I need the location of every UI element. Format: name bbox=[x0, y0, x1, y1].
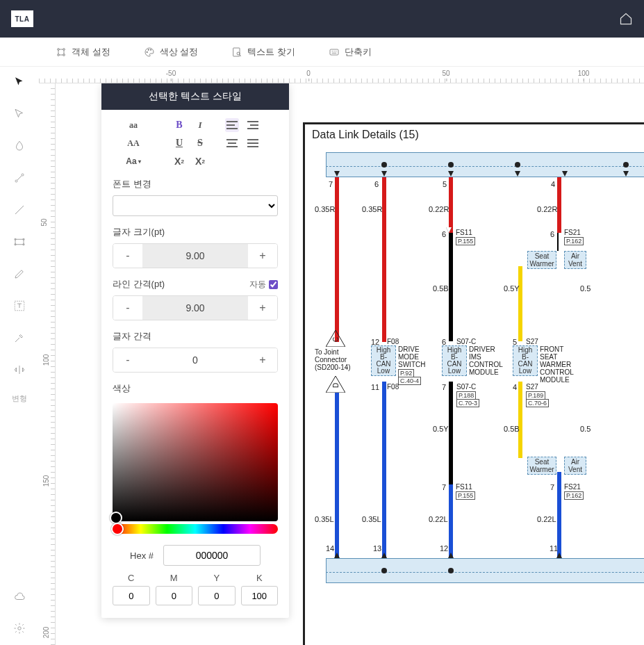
strike-button[interactable]: S bbox=[193, 136, 207, 150]
k-input[interactable] bbox=[241, 586, 279, 605]
pin-label: 13 bbox=[373, 544, 381, 553]
tool-cloud[interactable] bbox=[11, 588, 28, 605]
gauge-label: 0.5Y bbox=[433, 425, 449, 433]
bcan-box: HighB-CANLow bbox=[513, 345, 538, 376]
svg-point-8 bbox=[237, 52, 240, 55]
hex-input[interactable] bbox=[163, 545, 261, 566]
tool-text[interactable] bbox=[11, 297, 28, 314]
hue-cursor-icon[interactable] bbox=[111, 523, 124, 535]
page-ref: C.70-3 bbox=[456, 399, 479, 407]
page-ref: P.155 bbox=[456, 237, 475, 245]
align-center-button[interactable] bbox=[225, 136, 239, 150]
home-icon[interactable] bbox=[619, 12, 633, 26]
tool-rect[interactable] bbox=[11, 234, 28, 250]
svg-point-5 bbox=[148, 49, 149, 50]
menu-color-settings[interactable]: 색상 설정 bbox=[144, 46, 199, 58]
align-justify-button[interactable] bbox=[246, 136, 260, 150]
gauge-label: 0.22R bbox=[537, 205, 557, 213]
align-right-button[interactable] bbox=[246, 118, 260, 132]
svg-point-1 bbox=[63, 48, 65, 50]
connector-label: F08 bbox=[387, 338, 399, 345]
bus-top bbox=[326, 152, 644, 177]
pin-label: 6 bbox=[550, 230, 554, 238]
connector-label: S07-C bbox=[456, 338, 476, 345]
module-box: Air Vent bbox=[564, 457, 586, 475]
gauge-label: 0.22R bbox=[429, 205, 449, 213]
line-decrease-button[interactable]: - bbox=[113, 296, 142, 320]
svg-point-0 bbox=[58, 48, 60, 50]
triangle-label: D bbox=[332, 383, 340, 388]
page-ref: P.155 bbox=[456, 491, 475, 500]
module-box: Seat Warmer bbox=[527, 251, 556, 269]
hue-slider[interactable] bbox=[113, 524, 278, 534]
tool-node[interactable] bbox=[11, 170, 28, 186]
size-decrease-button[interactable]: - bbox=[113, 244, 142, 268]
tool-direct-select[interactable] bbox=[11, 106, 28, 122]
case-lower-button[interactable]: aa bbox=[126, 118, 140, 132]
line-value: 9.00 bbox=[142, 296, 248, 320]
line-auto-checkbox[interactable] bbox=[269, 280, 278, 289]
tool-pen[interactable] bbox=[11, 266, 28, 282]
menu-object-settings[interactable]: 객체 설정 bbox=[56, 46, 110, 58]
tool-flip[interactable] bbox=[11, 361, 28, 378]
tool-fill[interactable] bbox=[11, 138, 28, 154]
gauge-label: 0.5 bbox=[580, 425, 591, 433]
svg-point-6 bbox=[150, 49, 151, 50]
tool-settings[interactable] bbox=[11, 620, 28, 637]
gauge-label: 0.5Y bbox=[504, 284, 520, 293]
tool-eyedropper[interactable] bbox=[11, 329, 28, 346]
svg-rect-9 bbox=[330, 49, 338, 55]
pin-label: 6 bbox=[374, 180, 379, 188]
case-upper-button[interactable]: AA bbox=[126, 136, 140, 150]
m-label: M bbox=[156, 573, 193, 583]
line-auto-label: 자동 bbox=[249, 279, 266, 291]
gauge-label: 0.5 bbox=[580, 284, 591, 293]
note-label: To Joint Connector (SD200-14) bbox=[315, 348, 351, 371]
diagram-canvas[interactable]: Data Link Details (15) 7 6 5 4 bbox=[303, 122, 644, 645]
pin-label: 12 bbox=[440, 544, 448, 553]
connector-label: S27 bbox=[526, 383, 538, 391]
bold-button[interactable]: B bbox=[172, 118, 186, 132]
m-input[interactable] bbox=[156, 586, 193, 605]
subscript-button[interactable]: X2 bbox=[193, 154, 207, 168]
k-label: K bbox=[241, 573, 279, 583]
color-sv-picker[interactable] bbox=[113, 403, 278, 521]
underline-button[interactable]: U bbox=[172, 136, 186, 150]
gauge-label: 0.35R bbox=[315, 205, 335, 213]
svg-point-4 bbox=[147, 51, 147, 52]
case-mixed-button[interactable]: Aa▾ bbox=[126, 154, 140, 168]
svg-point-3 bbox=[63, 54, 65, 56]
module-box: Air Vent bbox=[564, 251, 586, 269]
panel-title: 선택한 텍스트 스타일 bbox=[101, 83, 289, 110]
menu-color-label: 색상 설정 bbox=[160, 46, 199, 58]
svg-rect-12 bbox=[15, 239, 24, 245]
italic-button[interactable]: I bbox=[193, 118, 207, 132]
diagram-title: Data Link Details (15) bbox=[312, 129, 419, 141]
tool-select[interactable] bbox=[11, 74, 28, 90]
align-left-button[interactable] bbox=[225, 118, 239, 132]
font-select[interactable] bbox=[113, 195, 278, 216]
superscript-button[interactable]: X2 bbox=[172, 154, 186, 168]
y-input[interactable] bbox=[198, 586, 236, 605]
letter-increase-button[interactable]: + bbox=[248, 348, 277, 372]
module-label: DRIVE MODE SWITCH bbox=[398, 345, 425, 368]
connector-label: S07-C bbox=[456, 383, 476, 391]
size-increase-button[interactable]: + bbox=[248, 244, 277, 268]
menu-find-text[interactable]: 텍스트 찾기 bbox=[231, 46, 295, 58]
menu-shortcuts[interactable]: 단축키 bbox=[329, 46, 372, 58]
c-input[interactable] bbox=[113, 586, 150, 605]
connector-label: S27 bbox=[526, 338, 538, 345]
module-label: DRIVER IMS CONTROL MODULE bbox=[469, 345, 503, 376]
page-ref: C.40-4 bbox=[398, 377, 421, 385]
triangle-label: C bbox=[332, 337, 340, 342]
line-increase-button[interactable]: + bbox=[248, 296, 277, 320]
ruler-horizontal: -50 0 50 100 bbox=[39, 67, 644, 83]
bus-bottom bbox=[326, 558, 644, 583]
bcan-box: HighB-CANLow bbox=[371, 345, 396, 376]
letter-decrease-button[interactable]: - bbox=[113, 348, 142, 372]
pin-label: 11 bbox=[371, 383, 379, 391]
tool-line[interactable] bbox=[11, 202, 28, 218]
page-ref: P.162 bbox=[564, 491, 584, 500]
connector-label: FS11 bbox=[456, 229, 472, 236]
module-label: FRONT SEAT WARMER CONTROL MODULE bbox=[540, 345, 574, 384]
